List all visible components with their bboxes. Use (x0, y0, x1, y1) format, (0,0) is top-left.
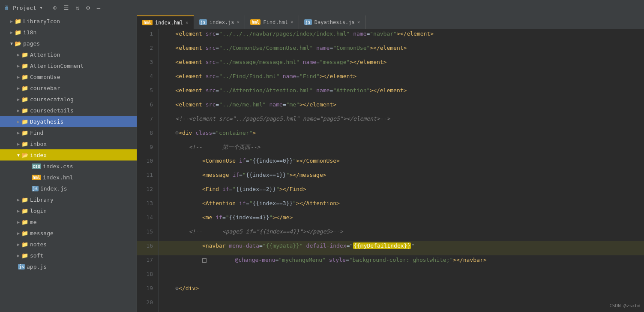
sidebar-label: me (30, 219, 37, 225)
tab-close-icon[interactable]: ✕ (357, 19, 360, 25)
sidebar: ▶ 📁 LibraryIcon ▶ 📁 i18n ▼ 📂 pages ▶ 📁 A… (0, 15, 137, 312)
sidebar-label: login (30, 208, 47, 214)
nav-icon-3[interactable]: ⇅ (74, 3, 81, 13)
tab-close-icon[interactable]: ✕ (237, 19, 240, 25)
sidebar-label: Find (30, 130, 43, 136)
code-line: 1 <element src="../../../navbar/pages/in… (137, 29, 644, 43)
tab-label: Find.hml (263, 19, 288, 25)
project-dropdown-icon[interactable]: ▾ (40, 5, 43, 11)
folder-icon: 📁 (21, 96, 28, 103)
editor-area: hml index.hml ✕ js index.js ✕ hml Find.h… (137, 15, 644, 312)
folder-icon: 📁 (15, 18, 21, 24)
sidebar-item-attentioncomment[interactable]: ▶ 📁 AttentionComment (0, 60, 137, 71)
code-line: 9 <!-- 第一个页面--> (137, 142, 644, 157)
tab-index-hml[interactable]: hml index.hml ✕ (137, 15, 194, 29)
code-line: 20 (137, 298, 644, 312)
sidebar-label: inbox (30, 141, 47, 147)
sidebar-item-index-hml[interactable]: hml index.hml (0, 172, 137, 183)
code-line: 7 <!--<element src="../page5/page5.hml" … (137, 114, 644, 128)
sidebar-item-find[interactable]: ▶ 📁 Find (0, 127, 137, 138)
tab-label: Dayathesis.js (315, 19, 355, 25)
tab-index-js[interactable]: js index.js ✕ (194, 15, 245, 29)
folder-icon: 📁 (21, 63, 28, 69)
settings-icon[interactable]: ⚙ (84, 3, 91, 13)
sidebar-item-index[interactable]: ▼ 📂 index (0, 149, 137, 161)
folder-icon: 📁 (21, 197, 28, 203)
tab-file-icon: hml (250, 19, 261, 25)
code-line: 14 <me if="{{index==4}}"></me> (137, 213, 644, 227)
sidebar-item-me[interactable]: ▶ 📁 me (0, 216, 137, 227)
toolbar: 🖥 Project ▾ ⊕ ☰ ⇅ ⚙ — (0, 0, 644, 15)
arrow-icon: ▶ (17, 52, 20, 57)
js-file-icon: js (32, 186, 39, 191)
code-line: 5 <element src="../Attention/Attention.h… (137, 86, 644, 100)
tab-close-icon[interactable]: ✕ (291, 19, 294, 25)
sidebar-item-index-js[interactable]: js index.js (0, 183, 137, 194)
html-file-icon: hml (32, 175, 41, 180)
sidebar-item-inbox[interactable]: ▶ 📁 inbox (0, 138, 137, 149)
arrow-icon: ▶ (17, 86, 20, 91)
project-icon: 🖥 (3, 4, 9, 11)
arrow-icon: ▶ (17, 209, 20, 213)
folder-icon: 📁 (21, 219, 28, 225)
folder-icon: 📁 (21, 51, 28, 58)
code-line: 3 <element src="../message/message.hml" … (137, 58, 644, 72)
code-line: 19 ⊖</div> (137, 284, 644, 298)
arrow-icon: ▼ (10, 41, 13, 46)
arrow-icon: ▶ (17, 64, 20, 68)
sidebar-item-index-css[interactable]: css index.css (0, 161, 137, 172)
tab-file-icon: js (304, 19, 312, 25)
sidebar-item-libraryicon[interactable]: ▶ 📁 LibraryIcon (0, 15, 137, 27)
code-editor[interactable]: 1 <element src="../../../navbar/pages/in… (137, 29, 644, 312)
arrow-icon: ▶ (17, 220, 20, 224)
nav-icon-1[interactable]: ⊕ (51, 3, 58, 13)
code-line: 4 <element src="../Find/Find.hml" name="… (137, 72, 644, 86)
sidebar-label: index (30, 152, 47, 158)
tab-bar: hml index.hml ✕ js index.js ✕ hml Find.h… (137, 15, 644, 29)
folder-icon: 📁 (21, 230, 28, 236)
folder-icon: 📂 (21, 152, 28, 158)
folder-icon: 📁 (21, 107, 28, 114)
tab-close-icon[interactable]: ✕ (186, 20, 189, 25)
code-lines: 1 <element src="../../../navbar/pages/in… (137, 29, 644, 312)
sidebar-label: notes (30, 241, 47, 248)
sidebar-item-dayathesis[interactable]: ▶ 📁 Dayathesis (0, 116, 137, 127)
tab-file-icon: js (199, 19, 207, 25)
tab-dayathesis-js[interactable]: js Dayathesis.js ✕ (299, 15, 366, 29)
sidebar-item-attention[interactable]: ▶ 📁 Attention (0, 49, 137, 60)
sidebar-item-commonuse[interactable]: ▶ 📁 CommonUse (0, 71, 137, 82)
sidebar-item-coursecatalog[interactable]: ▶ 📁 coursecatalog (0, 94, 137, 105)
js-file-icon: js (18, 264, 25, 270)
arrow-icon: ▶ (10, 30, 13, 35)
sidebar-label: AttentionComment (30, 63, 84, 69)
arrow-icon: ▼ (17, 153, 20, 158)
sidebar-label: app.js (27, 264, 47, 270)
sidebar-item-soft[interactable]: ▶ 📁 soft (0, 250, 137, 261)
sidebar-label: Attention (30, 51, 60, 58)
sidebar-item-appjs[interactable]: js app.js (0, 261, 137, 272)
sidebar-item-notes[interactable]: ▶ 📁 notes (0, 239, 137, 250)
folder-icon: 📁 (21, 208, 28, 214)
sidebar-label: index.hml (43, 174, 73, 181)
code-line: 11 <message if="{{index==1}}"></message> (137, 170, 644, 185)
minimize-icon[interactable]: — (95, 3, 102, 13)
sidebar-item-coursedetails[interactable]: ▶ 📁 coursedetails (0, 105, 137, 116)
sidebar-item-coursebar[interactable]: ▶ 📁 coursebar (0, 82, 137, 94)
code-line: 10 <CommonUse if="{{index==0}}"></Common… (137, 156, 644, 170)
sidebar-item-library[interactable]: ▶ 📁 Library (0, 194, 137, 205)
sidebar-item-pages[interactable]: ▼ 📂 pages (0, 38, 137, 49)
folder-icon: 📁 (15, 29, 21, 36)
sidebar-label: Library (30, 197, 54, 203)
sidebar-label: soft (30, 252, 43, 259)
arrow-icon: ▶ (17, 119, 20, 124)
nav-icon-2[interactable]: ☰ (62, 3, 71, 13)
tab-find-hml[interactable]: hml Find.hml ✕ (245, 15, 299, 29)
arrow-icon: ▶ (17, 75, 20, 79)
sidebar-item-login[interactable]: ▶ 📁 login (0, 205, 137, 216)
sidebar-item-i18n[interactable]: ▶ 📁 i18n (0, 27, 137, 38)
sidebar-item-message[interactable]: ▶ 📁 message (0, 227, 137, 239)
folder-icon: 📁 (21, 141, 28, 147)
sidebar-label: index.js (40, 185, 67, 192)
main-area: ▶ 📁 LibraryIcon ▶ 📁 i18n ▼ 📂 pages ▶ 📁 A… (0, 15, 644, 312)
folder-icon: 📁 (21, 252, 28, 259)
